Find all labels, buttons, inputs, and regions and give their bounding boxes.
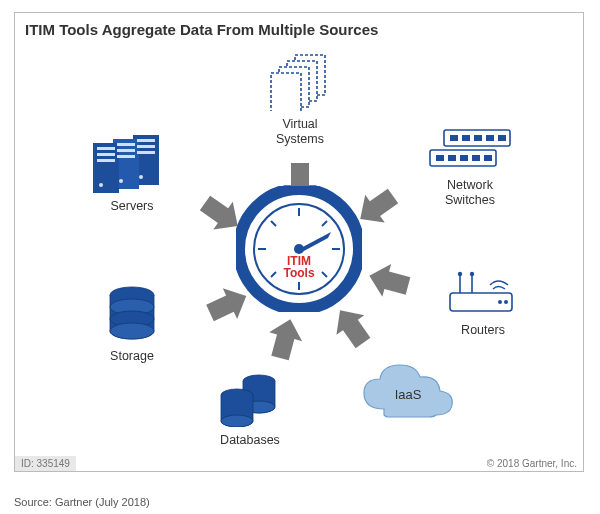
svg-rect-47	[97, 147, 115, 150]
center-label: ITIM Tools	[283, 255, 314, 280]
svg-rect-29	[450, 293, 512, 311]
svg-rect-26	[460, 155, 468, 161]
svg-rect-24	[436, 155, 444, 161]
arrow-databases	[264, 315, 307, 362]
gauge-icon	[236, 186, 362, 312]
routers-label: Routers	[433, 323, 533, 337]
svg-rect-49	[97, 159, 115, 162]
svg-rect-27	[472, 155, 480, 161]
svg-rect-16	[271, 73, 301, 111]
virtual-label-1: Virtual	[250, 117, 350, 131]
node-virtual-systems: Virtual Systems	[250, 51, 350, 146]
switches-label-1: Network	[415, 178, 525, 192]
node-routers: Routers	[433, 269, 533, 338]
arrow-routers	[365, 259, 412, 302]
svg-point-33	[470, 272, 474, 276]
center-line2: Tools	[283, 267, 314, 281]
svg-point-32	[458, 272, 462, 276]
diagram-panel: ITIM Tools Aggregate Data From Multiple …	[14, 12, 584, 472]
virtual-systems-icon	[265, 51, 335, 111]
svg-rect-23	[498, 135, 506, 141]
svg-rect-20	[462, 135, 470, 141]
node-network-switches: Network Switches	[415, 128, 525, 207]
svg-point-43	[110, 323, 154, 339]
svg-point-35	[504, 300, 508, 304]
svg-point-56	[99, 183, 103, 187]
svg-rect-19	[450, 135, 458, 141]
svg-rect-22	[486, 135, 494, 141]
svg-point-39	[221, 415, 253, 427]
svg-rect-54	[137, 145, 155, 148]
cloud-icon: IaaS	[358, 363, 458, 421]
svg-rect-52	[117, 155, 135, 158]
svg-rect-55	[137, 151, 155, 154]
center-gauge: ITIM Tools	[236, 186, 362, 316]
routers-icon	[444, 269, 522, 317]
svg-point-58	[139, 175, 143, 179]
svg-rect-51	[117, 149, 135, 152]
svg-rect-46	[93, 143, 119, 193]
network-switches-icon	[426, 128, 514, 172]
node-databases: Databases	[195, 371, 305, 448]
svg-rect-21	[474, 135, 482, 141]
node-servers: Servers	[77, 131, 187, 214]
storage-icon	[104, 285, 160, 343]
servers-label: Servers	[77, 199, 187, 213]
svg-rect-25	[448, 155, 456, 161]
node-storage: Storage	[87, 285, 177, 364]
copyright-text: © 2018 Gartner, Inc.	[487, 458, 577, 469]
id-badge: ID: 335149	[15, 456, 76, 471]
svg-rect-28	[484, 155, 492, 161]
svg-point-12	[294, 244, 304, 254]
databases-icon	[215, 371, 285, 427]
databases-label: Databases	[195, 433, 305, 447]
storage-label: Storage	[87, 349, 177, 363]
servers-icon	[89, 131, 175, 193]
svg-point-57	[119, 179, 123, 183]
virtual-label-2: Systems	[250, 132, 350, 146]
svg-rect-48	[97, 153, 115, 156]
svg-rect-53	[137, 139, 155, 142]
svg-point-34	[498, 300, 502, 304]
switches-label-2: Switches	[415, 193, 525, 207]
svg-rect-50	[117, 143, 135, 146]
source-line: Source: Gartner (July 2018)	[14, 496, 150, 508]
node-iaas: IaaS	[353, 363, 463, 424]
iaas-label: IaaS	[395, 387, 422, 402]
